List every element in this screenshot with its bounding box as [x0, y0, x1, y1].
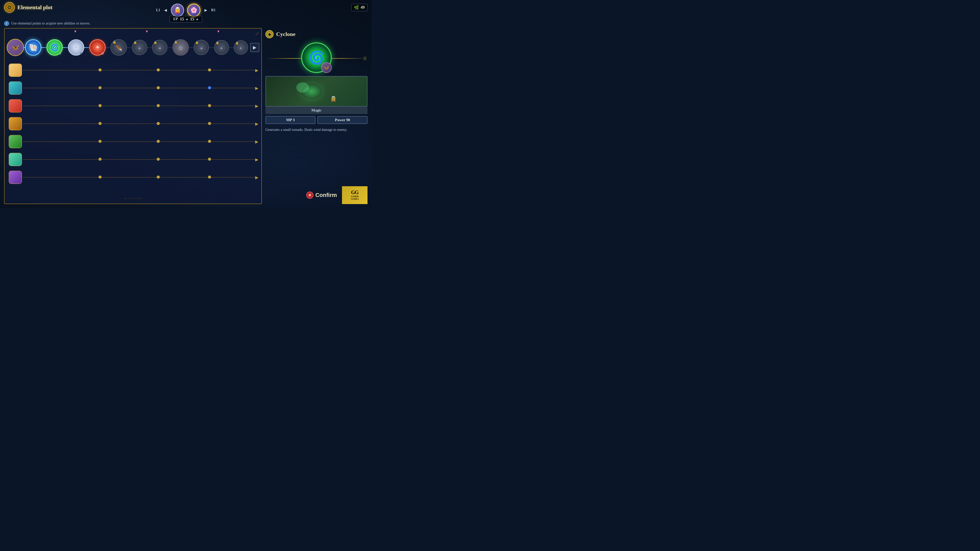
- lock-icon-10: 🔒: [195, 41, 199, 44]
- gg-logo-text: GG: [351, 190, 358, 195]
- skill-node-12[interactable]: 🔒 ✦: [234, 40, 248, 55]
- skill-icon-10: ✦: [199, 45, 204, 52]
- char-row-line-7: ▶: [23, 177, 256, 178]
- row-node-4b: [157, 122, 160, 125]
- char-row-2: ▶: [9, 79, 257, 97]
- cyclone-icon: 🌀: [309, 50, 325, 65]
- scroll-right-arrow[interactable]: ▶: [250, 43, 259, 52]
- skill-node-5[interactable]: ✦ 15: [89, 39, 106, 56]
- row-arrow-4: ▶: [255, 121, 258, 126]
- skill-node-11[interactable]: 🔒 ✦: [214, 40, 229, 55]
- skill-cost-5: 15: [101, 52, 104, 55]
- ability-scroll-icon: ⟩⟨: [363, 56, 366, 61]
- skill-node-10[interactable]: 🔒 ✦: [194, 40, 209, 55]
- char-row-7: ▶: [9, 168, 257, 186]
- skill-icon-11: ✦: [220, 46, 223, 51]
- lock-icon-11: 🔒: [216, 41, 219, 44]
- char-row-4: ▶: [9, 115, 257, 133]
- row-arrow-3: ▶: [255, 103, 258, 108]
- gg-full-text: GAMERGUIDES: [351, 195, 359, 200]
- skill-icon-9: ⚙: [178, 45, 183, 52]
- row-node-4c: [208, 122, 211, 125]
- character-avatar-2[interactable]: 🌸: [187, 3, 200, 17]
- ep-marker-10: ▼: [145, 30, 148, 34]
- mp-badge: MP 3: [266, 116, 315, 124]
- row-node-5c: [208, 140, 211, 143]
- confirm-button[interactable]: ✕ Confirm: [303, 191, 340, 200]
- char-color-btn-4[interactable]: [9, 117, 22, 130]
- skill-cost-4: 10: [80, 52, 83, 55]
- connector-9: [209, 47, 214, 48]
- ability-display-area: ⟩⟨ 🌀 🦋: [266, 40, 368, 76]
- char-color-btn-3[interactable]: [9, 99, 22, 113]
- row-node-7b: [157, 176, 160, 179]
- connector-1: [41, 47, 46, 48]
- nav-left-arrow[interactable]: ◄: [163, 8, 168, 13]
- char-row-line-6: ▶: [23, 159, 256, 160]
- row-node-6a: [99, 158, 102, 161]
- character-avatar-1[interactable]: 🧝: [171, 3, 184, 17]
- ep-diamond: ◆: [186, 18, 188, 21]
- connector-10: [229, 47, 234, 48]
- connector-5: [127, 47, 132, 48]
- char-color-btn-6[interactable]: [9, 153, 22, 166]
- skill-node-6[interactable]: 🔒 🪶: [110, 39, 127, 56]
- ability-stats: MP 3 Power 90: [266, 114, 368, 126]
- skill-node-8[interactable]: 🔒 ✦: [152, 40, 167, 55]
- ability-header: ◆ Cyclone: [266, 28, 368, 40]
- skill-icon-2: 🐚: [29, 43, 38, 52]
- row-node-4a: [99, 122, 102, 125]
- info-icon: i: [4, 21, 9, 26]
- char-row-line-1: ▶: [23, 70, 256, 70]
- row-arrow-2: ▶: [255, 86, 258, 91]
- skill-icon-3: 🌀: [51, 44, 59, 52]
- character-rows: ▶ ▶ ▶: [5, 59, 261, 188]
- skill-node-3[interactable]: 🌀 5: [46, 39, 63, 56]
- row-node-3a: [99, 104, 102, 107]
- ability-description: Generates a small tornado. Deals wind da…: [266, 126, 368, 134]
- ep-bar: EP 15 ◆ 15 ◆: [169, 16, 202, 22]
- row-node-5b: [157, 140, 160, 143]
- confirm-icon: ✕: [306, 192, 313, 199]
- row-node-2b: [157, 86, 160, 89]
- skill-node-9[interactable]: 🔒 ⚙: [172, 39, 189, 56]
- skill-icon-8: ✦: [158, 45, 162, 52]
- lock-icon-6: 🔒: [113, 40, 116, 44]
- ability-icon-large: 🌀 🦋: [301, 42, 332, 73]
- ep-marker-5: ▼: [73, 30, 77, 34]
- main-panel: ▼ ▼ ▼ 🦋 🐚 🌀 5 ✦ 10 ✦ 1: [4, 28, 262, 204]
- char-color-btn-2[interactable]: [9, 81, 22, 95]
- confirm-label: Confirm: [315, 192, 337, 198]
- skill-icon-6: 🪶: [115, 45, 122, 52]
- skill-node-2[interactable]: 🐚: [25, 39, 41, 56]
- currency-display: 🌿 49: [351, 4, 368, 11]
- skill-icon-4: ✦: [74, 44, 78, 51]
- row-node-1b: [157, 68, 160, 71]
- connector-2: [63, 47, 68, 48]
- char-row-line-2: ▶: [23, 88, 256, 88]
- char-color-btn-7[interactable]: [9, 171, 22, 184]
- row-arrow-6: ▶: [255, 157, 258, 162]
- character-selector: L1 ◄ 🧝 🌸 ► R1: [156, 3, 215, 17]
- ep-max: 15: [190, 17, 194, 21]
- row-node-5a: [99, 140, 102, 143]
- row-arrow-7: ▶: [255, 175, 258, 180]
- char-color-btn-1[interactable]: [9, 64, 22, 77]
- skill-cost-3: 5: [60, 52, 61, 55]
- lock-icon-7: 🔒: [134, 41, 137, 44]
- character-portrait-node[interactable]: 🦋: [6, 39, 24, 56]
- ep-markers-row: ▼ ▼ ▼: [38, 29, 261, 36]
- info-text: Use elemental points to acquire new abil…: [11, 21, 90, 25]
- ability-type-bar: Magic: [266, 106, 368, 114]
- nav-right-arrow[interactable]: ►: [204, 8, 208, 13]
- char-row-5: ▶: [9, 133, 257, 151]
- ability-char-portrait: 🦋: [321, 62, 332, 73]
- info-bar: i Use elemental points to acquire new ab…: [4, 21, 90, 26]
- row-node-7a: [99, 176, 102, 179]
- char-color-btn-5[interactable]: [9, 135, 22, 148]
- skill-node-7[interactable]: 🔒 ✦: [132, 40, 147, 55]
- skill-node-4[interactable]: ✦ 10: [68, 39, 84, 56]
- nav-right-label: R1: [211, 8, 215, 12]
- title-icon: ⚙: [4, 2, 15, 13]
- char-row-1: ▶: [9, 61, 257, 79]
